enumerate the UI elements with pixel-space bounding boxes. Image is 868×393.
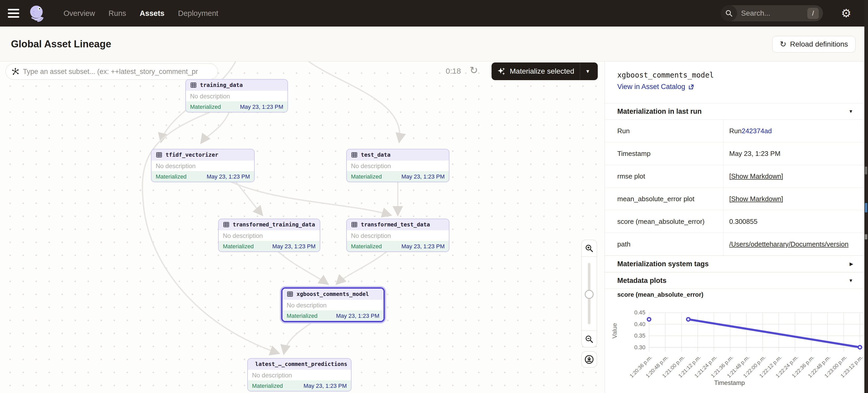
- asset-node-latest-comment-predictions[interactable]: latest_…_comment_predictions No descript…: [247, 358, 351, 391]
- search-placeholder: Search...: [741, 9, 808, 18]
- score-line-chart: 1:20:36 p.m.1:20:48 p.m.1:21:00 p.m.1:21…: [605, 302, 864, 393]
- table-row: Timestamp May 23, 1:23 PM: [605, 142, 864, 165]
- show-markdown-link[interactable]: [Show Markdown]: [729, 195, 783, 203]
- y-tick-label: 0.30: [627, 344, 645, 351]
- hamburger-menu-icon[interactable]: [8, 9, 19, 18]
- run-id-link[interactable]: 242374ad: [742, 127, 772, 135]
- section-metadata-plots[interactable]: Metadata plots ▼: [605, 272, 864, 289]
- materialize-selected-button[interactable]: Materialize selected ▾: [492, 62, 598, 80]
- asset-filter-box: [5, 64, 218, 79]
- asset-node-tfidf-vectorizer[interactable]: tfidf_vectorizer No description Material…: [151, 149, 255, 182]
- nav-item-overview[interactable]: Overview: [64, 9, 95, 18]
- page-title: Global Asset Lineage: [11, 38, 111, 50]
- table-row: Run Run 242374ad: [605, 120, 864, 142]
- settings-gear-icon[interactable]: ⚙: [841, 7, 851, 19]
- refresh-icon: ↻: [780, 40, 786, 48]
- page-header: Global Asset Lineage ↻ Reload definition…: [0, 27, 868, 61]
- download-image-button[interactable]: [581, 351, 597, 367]
- table-icon: [156, 152, 162, 158]
- zoom-slider[interactable]: [582, 257, 597, 331]
- zoom-out-button[interactable]: [582, 331, 597, 347]
- table-row: score (mean_absolute_error) 0.300855: [605, 210, 864, 233]
- zoom-in-button[interactable]: [582, 240, 597, 257]
- asset-node-xgboost-comments-model[interactable]: xgboost_comments_model No description Ma…: [281, 287, 385, 322]
- reload-definitions-button[interactable]: ↻ Reload definitions: [772, 36, 856, 53]
- refresh-icon[interactable]: ↻: [470, 65, 478, 76]
- background-window-sliver: [864, 0, 868, 393]
- y-tick-label: 0.40: [627, 321, 645, 328]
- section-materialization-system-tags[interactable]: Materialization system tags ▶: [605, 256, 864, 272]
- search-shortcut-badge: /: [807, 8, 818, 19]
- search-input[interactable]: Search... /: [721, 5, 823, 21]
- y-axis-label: Value: [611, 323, 618, 338]
- asset-node-transformed-test-data[interactable]: transformed_test_data No description Mat…: [346, 219, 450, 252]
- nav-links: Overview Runs Assets Deployment: [64, 9, 218, 18]
- chevron-right-icon: ▶: [849, 261, 853, 267]
- y-tick-label: 0.35: [627, 332, 645, 339]
- materialization-table: Run Run 242374ad Timestamp May 23, 1:23 …: [605, 120, 864, 256]
- selected-asset-name: xgboost_comments_model: [617, 71, 714, 79]
- nav-item-runs[interactable]: Runs: [108, 9, 126, 18]
- nav-item-assets[interactable]: Assets: [140, 9, 164, 18]
- sparkle-icon: [497, 67, 506, 76]
- asset-detail-panel: xgboost_comments_model View in Asset Cat…: [604, 61, 864, 393]
- chevron-down-icon: ▼: [848, 109, 853, 114]
- top-nav: Overview Runs Assets Deployment Search..…: [0, 0, 868, 27]
- download-icon: [584, 355, 594, 364]
- table-icon: [190, 82, 197, 89]
- asset-lineage-canvas[interactable]: 0:18 ↻ Materialize selected ▾ training_d…: [0, 61, 604, 393]
- dagster-logo[interactable]: [28, 4, 46, 22]
- asset-node-transformed-training-data[interactable]: transformed_training_data No description…: [218, 219, 320, 252]
- section-materialization-last-run[interactable]: Materialization in last run ▼: [605, 103, 864, 120]
- op-selector-icon: [11, 68, 19, 75]
- table-icon: [287, 291, 293, 297]
- path-link[interactable]: /Users/odetteharary/Documents/version: [729, 240, 848, 248]
- table-icon: [223, 221, 229, 228]
- zoom-slider-handle[interactable]: [585, 290, 594, 299]
- materialize-dropdown-caret[interactable]: ▾: [580, 68, 595, 75]
- table-row: rmse plot [Show Markdown]: [605, 165, 864, 188]
- table-icon: [351, 221, 358, 228]
- asset-node-test-data[interactable]: test_data No description MaterializedMay…: [346, 149, 450, 182]
- table-row: mean_absolute_error plot [Show Markdown]: [605, 188, 864, 210]
- external-link-icon: [688, 84, 694, 90]
- show-markdown-link[interactable]: [Show Markdown]: [729, 172, 783, 181]
- asset-subset-input[interactable]: [23, 68, 212, 76]
- table-icon: [351, 152, 358, 158]
- y-tick-label: 0.45: [627, 309, 645, 316]
- refresh-countdown: 0:18: [446, 67, 461, 75]
- nav-item-deployment[interactable]: Deployment: [178, 9, 218, 18]
- asset-node-training-data[interactable]: training_data No description Materialize…: [185, 79, 288, 112]
- search-icon: [721, 5, 737, 21]
- table-row: path /Users/odetteharary/Documents/versi…: [605, 233, 864, 256]
- chart-title: score (mean_absolute_error): [617, 291, 704, 298]
- view-in-asset-catalog-link[interactable]: View in Asset Catalog: [617, 83, 694, 91]
- zoom-controls: [581, 240, 597, 348]
- x-axis-label: Timestamp: [714, 379, 745, 387]
- chevron-down-icon: ▼: [848, 278, 853, 284]
